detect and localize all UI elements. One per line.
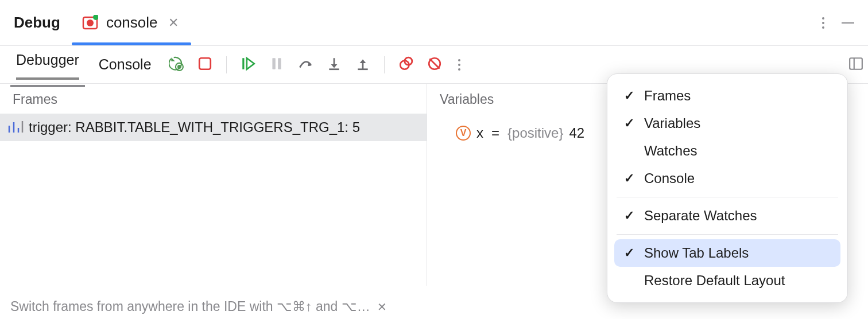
variable-type: {positive} (507, 125, 563, 141)
layout-icon[interactable] (848, 56, 863, 73)
variable-equals: = (489, 125, 502, 141)
check-icon: ✓ (622, 246, 636, 260)
menu-item-label: Watches (644, 143, 697, 159)
svg-point-1 (87, 20, 94, 26)
frames-panel: trigger: RABBIT.TABLE_WITH_TRIGGERS_TRG_… (0, 114, 427, 286)
menu-item-label: Console (644, 170, 695, 186)
variable-value: 42 (569, 125, 584, 141)
menu-item-variables[interactable]: ✓ Variables (614, 110, 840, 137)
check-icon: ✓ (622, 88, 636, 103)
stop-icon[interactable] (197, 56, 212, 73)
minimize-icon[interactable] (842, 22, 854, 24)
variable-badge-icon: V (456, 126, 471, 141)
view-breakpoints-icon[interactable] (398, 56, 413, 73)
menu-separator (617, 234, 838, 235)
svg-rect-7 (272, 58, 275, 69)
tab-console-label: console (106, 14, 158, 32)
frame-row[interactable]: trigger: RABBIT.TABLE_WITH_TRIGGERS_TRG_… (0, 114, 427, 141)
context-menu: ✓ Frames ✓ Variables Watches ✓ Console ✓… (607, 73, 848, 303)
toolbar-tab-debugger[interactable]: Debugger (14, 42, 82, 87)
menu-item-label: Show Tab Labels (644, 245, 749, 261)
menu-item-console[interactable]: ✓ Console (614, 165, 840, 192)
menu-item-separate-watches[interactable]: ✓ Separate Watches (614, 202, 840, 229)
pause-icon[interactable] (269, 56, 284, 73)
mute-breakpoints-icon[interactable] (427, 56, 442, 73)
hint-row: Switch frames from anywhere in the IDE w… (10, 299, 387, 314)
separator (226, 56, 227, 73)
hint-text: Switch frames from anywhere in the IDE w… (10, 299, 370, 314)
menu-item-show-tab-labels[interactable]: ✓ Show Tab Labels (614, 239, 840, 267)
svg-point-4 (178, 65, 181, 68)
variable-name: x (476, 125, 483, 141)
tab-console[interactable]: console ✕ (78, 0, 185, 45)
menu-item-frames[interactable]: ✓ Frames (614, 82, 840, 110)
step-into-icon[interactable] (327, 56, 342, 73)
toolbar-more-icon[interactable] (458, 59, 460, 71)
resume-icon[interactable] (241, 56, 255, 73)
frame-row-label: trigger: RABBIT.TABLE_WITH_TRIGGERS_TRG_… (29, 119, 360, 135)
top-tabs: Debug console ✕ (0, 0, 868, 46)
toolbar-tab-debugger-label: Debugger (16, 52, 79, 68)
close-icon[interactable]: ✕ (166, 15, 181, 30)
svg-rect-12 (850, 58, 862, 69)
menu-separator (617, 197, 838, 197)
menu-item-restore-layout[interactable]: Restore Default Layout (614, 267, 840, 294)
toolbar-tab-console[interactable]: Console (96, 47, 154, 82)
check-icon: ✓ (622, 208, 636, 223)
separator (384, 56, 385, 73)
step-out-icon[interactable] (355, 56, 370, 73)
close-icon[interactable]: ✕ (377, 300, 387, 314)
menu-item-label: Restore Default Layout (644, 273, 785, 289)
svg-rect-5 (199, 58, 211, 69)
check-icon: ✓ (622, 171, 636, 186)
menu-item-label: Variables (644, 115, 700, 131)
menu-item-label: Frames (644, 88, 691, 104)
rerun-icon[interactable] (169, 56, 184, 73)
menu-item-watches[interactable]: Watches (614, 137, 840, 165)
frames-header: Frames (0, 84, 427, 114)
svg-rect-8 (278, 58, 281, 69)
tab-debug[interactable]: Debug (14, 14, 60, 32)
step-over-icon[interactable] (298, 56, 313, 73)
menu-item-label: Separate Watches (644, 208, 757, 224)
check-icon: ✓ (622, 116, 636, 131)
more-icon[interactable] (822, 17, 824, 29)
svg-rect-6 (242, 58, 244, 69)
console-icon (82, 15, 98, 31)
